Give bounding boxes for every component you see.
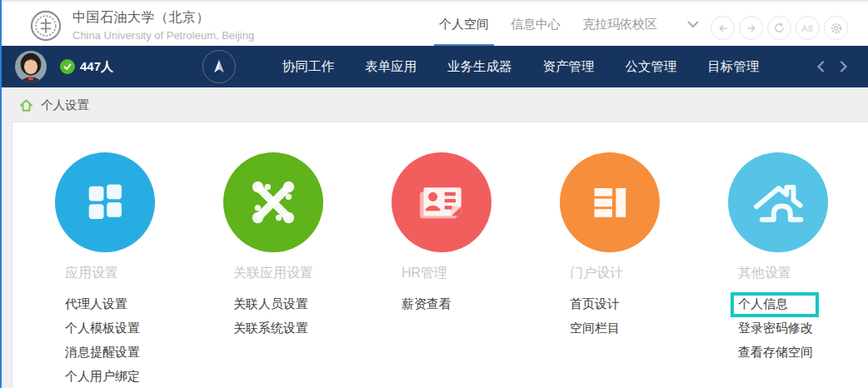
tab-personal-space[interactable]: 个人空间 <box>434 2 494 47</box>
settings-link-message-reminder[interactable]: 消息提醒设置 <box>65 345 140 361</box>
chevron-down-icon[interactable] <box>687 2 699 47</box>
settings-link-space-columns[interactable]: 空间栏目 <box>570 321 620 336</box>
top-header: 中国石油大学（北京） China University of Petroleum… <box>0 0 868 46</box>
group-title: 其他设置 <box>738 265 868 282</box>
nav-scroll-arrows <box>816 46 848 87</box>
nav-item-collaboration[interactable]: 协同工作 <box>282 58 334 76</box>
avatar[interactable] <box>15 51 47 82</box>
highlight-box: 个人信息 <box>731 292 819 317</box>
nav-item-documents[interactable]: 公文管理 <box>626 58 677 76</box>
header-tabs: 个人空间 信息中心 克拉玛依校区 <box>434 2 699 47</box>
refresh-button[interactable] <box>767 16 791 40</box>
forward-button[interactable] <box>739 16 763 40</box>
group-icon-button-other[interactable] <box>728 152 828 252</box>
home-icon[interactable] <box>18 97 34 113</box>
compass-arrow-icon <box>210 57 228 76</box>
settings-group-other: 其他设置 个人信息 登录密码修改 查看存储空间 <box>728 152 868 365</box>
tab-karamay-campus[interactable]: 克拉玛依校区 <box>577 2 662 47</box>
nav-prev-icon[interactable] <box>816 61 825 72</box>
settings-link-linked-personnel[interactable]: 关联人员设置 <box>233 296 308 312</box>
columns-icon <box>579 172 641 233</box>
a8-button[interactable]: A8 <box>796 16 820 40</box>
header-buttons: A8 <box>711 16 848 40</box>
grid-icon <box>74 172 136 233</box>
main-navbar: 447人 协同工作 表单应用 业务生成器 资产管理 公文管理 目标管理 <box>0 46 868 87</box>
group-icon-button-hr[interactable] <box>392 152 491 252</box>
online-count: 447人 <box>80 46 113 87</box>
settings-link-proxy[interactable]: 代理人设置 <box>65 296 127 312</box>
nav-item-forms[interactable]: 表单应用 <box>365 58 417 76</box>
group-title: 关联应用设置 <box>233 265 392 282</box>
university-name-en: China University of Petroleum, Beijing <box>72 29 254 42</box>
gear-icon <box>830 22 843 35</box>
nav-item-goals[interactable]: 目标管理 <box>708 58 760 76</box>
group-icon-button-linked-apps[interactable] <box>223 152 323 252</box>
back-button[interactable] <box>711 16 735 40</box>
online-status-badge <box>60 59 75 74</box>
nav-next-icon[interactable] <box>840 61 848 72</box>
settings-link-linked-systems[interactable]: 关联系统设置 <box>233 321 308 336</box>
settings-link-personal-template[interactable]: 个人模板设置 <box>65 321 140 336</box>
settings-group-apps: 应用设置 代理人设置 个人模板设置 消息提醒设置 个人用户绑定 <box>55 152 223 388</box>
breadcrumb: 个人设置 <box>18 87 89 122</box>
window-edge <box>0 0 2 388</box>
settings-group-linked-apps: 关联应用设置 关联人员设置 关联系统设置 <box>223 152 392 341</box>
group-title: HR管理 <box>402 265 560 282</box>
settings-group-hr: HR管理 薪资查看 <box>392 152 560 316</box>
home-icon <box>747 172 809 233</box>
nav-menu: 协同工作 表单应用 业务生成器 资产管理 公文管理 目标管理 <box>282 46 760 87</box>
group-title: 门户设计 <box>570 265 728 282</box>
settings-link-storage-space[interactable]: 查看存储空间 <box>738 345 813 361</box>
settings-link-salary-view[interactable]: 薪资查看 <box>402 296 451 312</box>
settings-link-personal-info[interactable]: 个人信息 <box>738 296 788 312</box>
content-panel: 应用设置 代理人设置 个人模板设置 消息提醒设置 个人用户绑定 关联应用设 <box>12 122 868 388</box>
university-logo-icon <box>30 10 62 42</box>
check-icon <box>62 62 72 72</box>
group-icon-button-portal[interactable] <box>560 152 660 252</box>
university-name: 中国石油大学（北京） <box>72 9 254 27</box>
navigation-locator-button[interactable] <box>202 50 236 83</box>
settings-group-portal: 门户设计 首页设计 空间栏目 <box>560 152 728 341</box>
tab-info-center[interactable]: 信息中心 <box>506 2 566 47</box>
joomla-icon <box>242 172 304 233</box>
brand: 中国石油大学（北京） China University of Petroleum… <box>30 9 254 42</box>
breadcrumb-label: 个人设置 <box>41 97 89 113</box>
id-card-icon <box>411 172 472 233</box>
group-icon-button-apps[interactable] <box>55 152 155 252</box>
settings-link-password-change[interactable]: 登录密码修改 <box>738 321 813 336</box>
group-title: 应用设置 <box>65 265 223 282</box>
nav-item-assets[interactable]: 资产管理 <box>543 58 595 76</box>
settings-gear-button[interactable] <box>824 16 848 40</box>
settings-link-user-binding[interactable]: 个人用户绑定 <box>65 369 140 385</box>
settings-link-homepage-design[interactable]: 首页设计 <box>570 296 620 312</box>
nav-item-business-builder[interactable]: 业务生成器 <box>447 58 512 76</box>
